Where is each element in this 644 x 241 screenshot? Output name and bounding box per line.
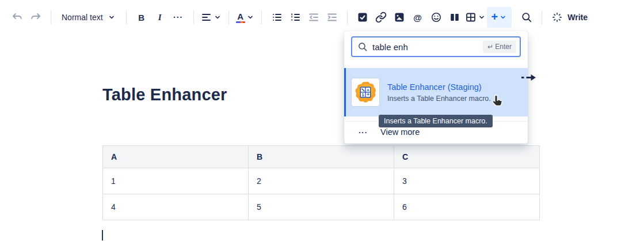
- indent-icon: [326, 12, 338, 23]
- table-cell[interactable]: 1: [103, 168, 249, 194]
- toolbar-divider: [228, 10, 229, 24]
- task-checkbox-icon: [357, 12, 368, 23]
- write-label: Write: [567, 13, 588, 22]
- link-icon: [375, 12, 387, 23]
- enter-hint-badge: ↵ Enter: [483, 40, 516, 53]
- more-formatting-button[interactable]: ···: [169, 8, 188, 27]
- toolbar-divider: [193, 10, 194, 24]
- text-style-label: Normal text: [62, 13, 103, 22]
- chevron-down-icon: [108, 13, 116, 21]
- toolbar-divider: [126, 10, 127, 24]
- bold-label: B: [138, 13, 144, 22]
- text-color-label: A: [237, 12, 243, 21]
- chevron-down-icon: [214, 13, 222, 21]
- table-header-row: A B C: [103, 146, 540, 168]
- text-style-dropdown[interactable]: Normal text: [57, 8, 120, 27]
- image-button[interactable]: [390, 8, 409, 27]
- redo-icon: [30, 12, 41, 23]
- macro-search-input[interactable]: [372, 42, 478, 52]
- page-title[interactable]: Table Enhancer: [102, 85, 227, 104]
- macro-result-text: Table Enhancer (Staging) Inserts a Table…: [387, 82, 491, 103]
- toolbar-divider: [542, 10, 542, 24]
- italic-label: I: [158, 13, 162, 22]
- numbered-list-icon: [289, 12, 301, 23]
- macro-result-title: Table Enhancer (Staging): [387, 82, 491, 93]
- search-button[interactable]: [517, 8, 536, 27]
- numbered-list-button[interactable]: [286, 8, 304, 27]
- text-color-dropdown[interactable]: A: [235, 8, 256, 27]
- insert-indicator-arrow-icon: [521, 74, 536, 81]
- chevron-down-icon: [246, 13, 254, 21]
- chevron-down-icon: [478, 13, 486, 21]
- table-header-cell[interactable]: C: [394, 146, 540, 168]
- image-icon: [394, 12, 405, 23]
- chevron-down-icon: [499, 13, 507, 21]
- layout-columns-icon: [449, 12, 460, 23]
- table-header-cell[interactable]: B: [249, 146, 394, 168]
- toolbar-divider: [347, 10, 348, 24]
- outdent-button[interactable]: [304, 8, 323, 27]
- plus-icon: +: [491, 11, 498, 22]
- enter-hint-label: Enter: [495, 43, 512, 51]
- tooltip: Inserts a Table Enhancer macro.: [379, 115, 493, 127]
- insert-plus-dropdown[interactable]: +: [487, 7, 512, 28]
- mention-button[interactable]: @: [409, 8, 427, 27]
- bullet-list-icon: [271, 12, 283, 23]
- macro-result-subtitle: Inserts a Table Enhancer macro.: [387, 95, 491, 103]
- mention-icon: @: [413, 13, 422, 22]
- layout-button[interactable]: [445, 8, 464, 27]
- table-cell[interactable]: 6: [394, 194, 540, 220]
- toolbar-divider: [261, 10, 262, 24]
- search-icon: [521, 12, 532, 23]
- more-icon: ···: [173, 13, 183, 22]
- undo-icon: [12, 12, 23, 23]
- table-cell[interactable]: 3: [394, 168, 540, 194]
- emoji-icon: [430, 12, 442, 23]
- italic-button[interactable]: I: [151, 8, 169, 27]
- link-button[interactable]: [372, 8, 390, 27]
- table-cell[interactable]: 2: [249, 168, 394, 194]
- svg-text:1: 1: [362, 92, 364, 97]
- bullet-list-button[interactable]: [268, 8, 286, 27]
- bold-button[interactable]: B: [132, 8, 151, 27]
- return-icon: ↵: [487, 43, 493, 51]
- text-caret: [102, 230, 103, 240]
- table-header-cell[interactable]: A: [103, 146, 249, 168]
- macro-search-box[interactable]: ↵ Enter: [351, 36, 521, 57]
- content-table: A B C 1 2 3 4 5 6: [102, 145, 540, 220]
- table-grid-icon: [465, 12, 477, 23]
- task-button[interactable]: [353, 8, 372, 27]
- color-bar-icon: [236, 21, 245, 23]
- sparkle-burst-icon: [551, 12, 563, 23]
- text-color-icon: A: [236, 12, 245, 23]
- undo-button[interactable]: [8, 8, 26, 27]
- hand-cursor-icon: [490, 94, 504, 110]
- redo-button[interactable]: [26, 8, 45, 27]
- table-cell[interactable]: 4: [103, 194, 249, 220]
- table-row: 4 5 6: [103, 194, 540, 220]
- view-more-link[interactable]: View more: [380, 127, 420, 137]
- search-icon: [357, 42, 368, 52]
- ellipsis-icon: ···: [359, 128, 368, 137]
- indent-button[interactable]: [323, 8, 341, 27]
- emoji-button[interactable]: [427, 8, 445, 27]
- table-dropdown[interactable]: [464, 8, 487, 27]
- outdent-icon: [308, 12, 319, 23]
- write-mode-button[interactable]: Write: [548, 8, 591, 27]
- table-enhancer-logo-icon: 1 +: [351, 78, 380, 107]
- table-row: 1 2 3: [103, 168, 540, 194]
- align-left-icon: [201, 12, 212, 23]
- table-cell[interactable]: 5: [249, 194, 394, 220]
- confluence-editor: Normal text B I ··· A: [0, 0, 644, 241]
- editor-toolbar: Normal text B I ··· A: [8, 5, 644, 30]
- alignment-dropdown[interactable]: [200, 8, 223, 27]
- svg-text:+: +: [367, 92, 369, 97]
- toolbar-divider: [51, 10, 51, 24]
